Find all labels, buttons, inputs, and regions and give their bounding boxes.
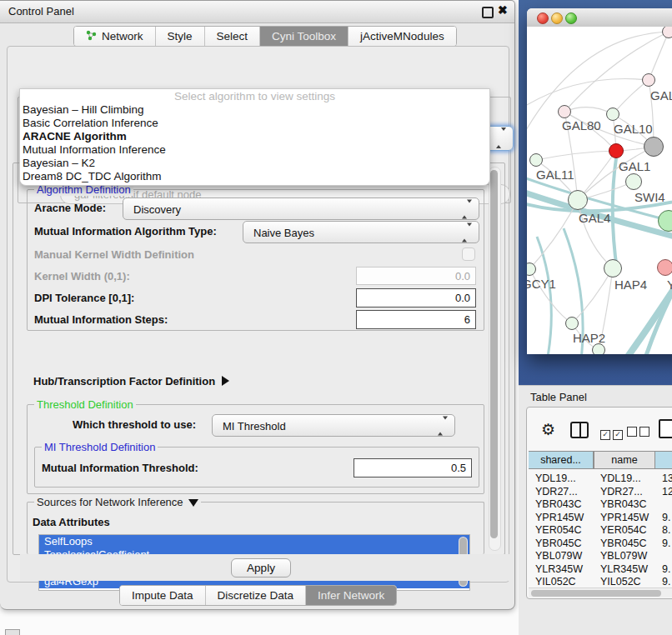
- screen: Control Panel ✖ Network Style Select Cyn…: [0, 0, 672, 635]
- dpi-tolerance-field[interactable]: 0.0: [356, 288, 476, 308]
- tab-network[interactable]: Network: [74, 27, 156, 46]
- table-row[interactable]: YER054CYER054C8.: [529, 524, 672, 538]
- window-title: Control Panel: [8, 5, 74, 18]
- network-node[interactable]: [662, 27, 672, 38]
- network-graph-icon: [86, 30, 97, 43]
- table-row[interactable]: YBL079WYBL079W: [529, 550, 672, 563]
- tab-style[interactable]: Style: [156, 27, 205, 46]
- node-label: Y: [667, 278, 672, 292]
- table-row[interactable]: YBR043CYBR043C: [529, 498, 672, 512]
- table-rows: YDL19...YDL19...13 YDR27...YDR27...12 YB…: [529, 472, 672, 588]
- combo-stepper-icon: [438, 419, 448, 432]
- popup-item-selected[interactable]: ARACNE Algorithm: [20, 130, 489, 143]
- column-header[interactable]: shared...: [529, 451, 594, 469]
- which-threshold-combo[interactable]: MI Threshold: [212, 414, 455, 437]
- columns-icon[interactable]: [570, 422, 589, 438]
- table-row[interactable]: YPR145WYPR145W9.: [529, 512, 672, 525]
- table-panel: Table Panel ⚙ ✓✓ shared... name .tp-box …: [519, 385, 672, 635]
- expand-right-icon: [222, 376, 229, 386]
- table-row[interactable]: YBR045CYBR045C9.: [529, 538, 672, 551]
- table-row[interactable]: YDR27...YDR27...12: [529, 486, 672, 499]
- node-label: GCY1: [527, 277, 556, 291]
- network-node[interactable]: [592, 343, 605, 354]
- aracne-mode-combo[interactable]: Discovery: [123, 198, 479, 220]
- network-node[interactable]: [625, 173, 642, 190]
- kernel-width-label: Kernel Width (0,1):: [34, 270, 130, 282]
- hub-definition-toggle[interactable]: Hub/Transcription Factor Definition: [33, 373, 229, 388]
- node-label: GAL11: [536, 168, 574, 182]
- combo-stepper-icon: [462, 226, 472, 238]
- zoom-traffic-light-icon[interactable]: [565, 12, 577, 24]
- network-node[interactable]: [529, 153, 543, 167]
- popup-item[interactable]: Bayesian – K2: [20, 157, 489, 170]
- combo-stepper-icon: [462, 202, 472, 215]
- mi-algorithm-type-combo[interactable]: Naive Bayes: [243, 221, 479, 243]
- manual-kernel-checkbox[interactable]: [462, 248, 475, 261]
- node-label: SWI4: [634, 190, 665, 204]
- control-panel-titlebar[interactable]: Control Panel ✖: [0, 1, 514, 23]
- network-node[interactable]: [604, 259, 622, 278]
- float-window-icon[interactable]: [482, 7, 494, 18]
- node-label: HAP4: [614, 278, 647, 292]
- node-label: GAL1: [619, 159, 650, 173]
- column-header[interactable]: [655, 451, 672, 469]
- mi-steps-label: Mutual Information Steps:: [34, 313, 168, 326]
- mini-panel-button[interactable]: [5, 629, 20, 635]
- settings-scrollbar-thumb[interactable]: [490, 170, 498, 538]
- tab-cyni-toolbox[interactable]: Cyni Toolbox: [260, 27, 349, 46]
- data-attributes-label: Data Attributes: [33, 516, 110, 528]
- network-node-gray[interactable]: [644, 137, 664, 157]
- settings-scrollbar[interactable]: [489, 167, 501, 551]
- tab-infer-network[interactable]: Infer Network: [306, 586, 396, 605]
- mi-threshold-group: MI Threshold Definition Mutual Informati…: [34, 447, 479, 488]
- close-icon[interactable]: ✖: [498, 3, 508, 17]
- sources-title[interactable]: Sources for Network Inference: [34, 496, 201, 508]
- tab-network-label: Network: [102, 30, 143, 42]
- network-node[interactable]: [642, 73, 655, 87]
- select-all-checks-icon[interactable]: ✓✓: [600, 425, 625, 440]
- algorithm-definition-group: Algorithm Definition Aracne Mode: Discov…: [27, 189, 484, 331]
- collapse-down-icon: [188, 499, 198, 507]
- mi-threshold-group-title: MI Threshold Definition: [42, 441, 158, 453]
- manual-kernel-label: Manual Kernel Width Definition: [34, 248, 194, 261]
- mi-type-label: Mutual Information Algorithm Type:: [34, 225, 217, 238]
- clear-all-checks-icon[interactable]: [627, 425, 652, 440]
- tab-discretize-data[interactable]: Discretize Data: [206, 586, 307, 605]
- aracne-mode-label: Aracne Mode:: [34, 202, 106, 214]
- tab-impute-data[interactable]: Impute Data: [120, 586, 206, 605]
- network-node[interactable]: [657, 259, 672, 276]
- network-window-titlebar[interactable]: [527, 8, 672, 28]
- popup-item[interactable]: Bayesian – Hill Climbing: [20, 103, 489, 117]
- table-panel-title: Table Panel: [530, 391, 587, 403]
- table-row[interactable]: YDL19...YDL19...13: [529, 472, 672, 486]
- popup-item[interactable]: Mutual Information Inference: [20, 143, 489, 157]
- mi-threshold-field[interactable]: 0.5: [354, 458, 472, 478]
- kernel-width-field[interactable]: 0.0: [356, 267, 476, 285]
- control-panel-window: Control Panel ✖ Network Style Select Cyn…: [0, 0, 515, 610]
- minimize-traffic-light-icon[interactable]: [551, 12, 563, 24]
- node-label: GAL10: [614, 122, 653, 136]
- mi-steps-field[interactable]: 6: [356, 310, 476, 329]
- apply-button[interactable]: Apply: [231, 558, 291, 578]
- algorithm-popup: Select algorithm to view settings Bayesi…: [19, 88, 490, 186]
- network-canvas[interactable]: GAL GAL80 GAL10 GAL1 GAL11 SWI4 GAL4 GCY…: [527, 27, 672, 354]
- table-row[interactable]: YLR345WYLR345W9.: [529, 563, 672, 577]
- gear-icon[interactable]: ⚙: [541, 422, 555, 438]
- network-node[interactable]: [606, 108, 619, 121]
- close-traffic-light-icon[interactable]: [537, 12, 549, 24]
- table-hscrollbar[interactable]: [529, 588, 672, 598]
- network-node[interactable]: [558, 105, 571, 118]
- popup-item[interactable]: Dream8 DC_TDC Algorithm: [20, 170, 489, 183]
- popup-item[interactable]: Basic Correlation Inference: [20, 117, 489, 130]
- network-node[interactable]: [565, 317, 579, 330]
- column-header[interactable]: name: [594, 451, 655, 469]
- tab-jactivemnodules[interactable]: jActiveMNodules: [349, 27, 456, 46]
- popup-prompt: Select algorithm to view settings: [20, 89, 489, 103]
- tab-select[interactable]: Select: [205, 27, 261, 46]
- table-hscrollbar-thumb[interactable]: [531, 590, 661, 597]
- network-node[interactable]: [568, 190, 588, 210]
- table-row[interactable]: YIL052CYIL052C9.: [529, 576, 672, 588]
- document-icon[interactable]: [659, 419, 672, 438]
- network-node-red[interactable]: [609, 143, 624, 158]
- attribute-item[interactable]: SelfLoops: [39, 535, 469, 548]
